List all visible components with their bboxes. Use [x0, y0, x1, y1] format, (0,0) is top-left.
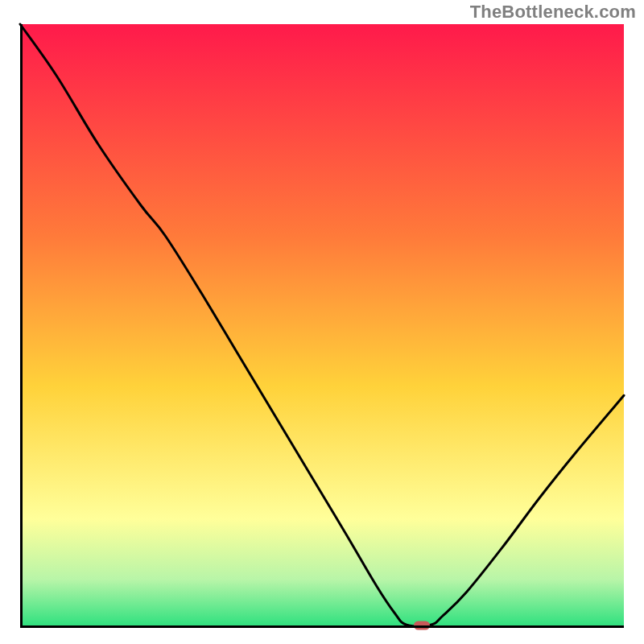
chart-svg: [20, 24, 624, 628]
gradient-fill: [20, 24, 624, 628]
optimal-point-marker: [414, 621, 430, 630]
chart-area: [20, 24, 624, 628]
watermark-text: TheBottleneck.com: [470, 3, 636, 21]
